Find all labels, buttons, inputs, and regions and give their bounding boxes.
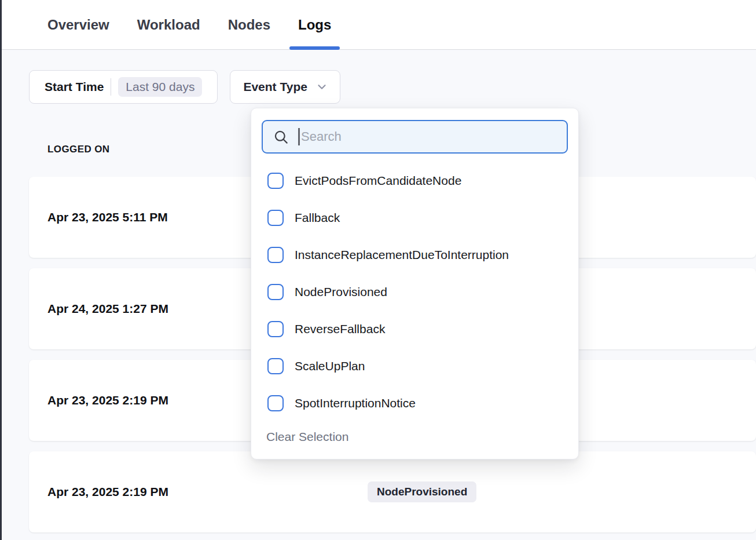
option-label: Fallback [295,211,340,225]
filter-bar: Start Time Last 90 days Event Type [29,70,340,104]
tab-logs[interactable]: Logs [298,0,331,49]
logged-on-cell: Apr 23, 2025 2:19 PM [47,393,168,407]
event-type-badge: NodeProvisioned [368,481,476,502]
start-time-filter[interactable]: Start Time Last 90 days [29,70,218,104]
event-type-dropdown: EvictPodsFromCandidateNode Fallback Inst… [251,108,579,459]
dropdown-search[interactable] [262,120,568,154]
filter-divider [111,78,111,96]
checkbox-icon[interactable] [267,321,284,337]
event-type-option[interactable]: InstanceReplacementDueToInterruption [251,236,578,273]
option-label: NodeProvisioned [295,285,387,299]
checkbox-icon[interactable] [267,247,284,263]
logged-on-cell: Apr 23, 2025 2:19 PM [47,485,168,499]
event-type-option[interactable]: ReverseFallback [251,311,578,348]
event-type-option[interactable]: ScaleUpPlan [251,348,578,385]
text-caret [298,128,300,145]
checkbox-icon[interactable] [267,358,284,374]
logged-on-cell: Apr 24, 2025 1:27 PM [47,302,168,316]
logged-on-column-header: LOGGED ON [47,144,110,155]
event-type-option[interactable]: Fallback [251,199,578,236]
checkbox-icon[interactable] [267,284,284,300]
chevron-down-icon [315,81,328,93]
option-label: EvictPodsFromCandidateNode [295,174,461,188]
checkbox-icon[interactable] [267,210,284,226]
left-edge-divider [0,0,2,540]
event-type-label: Event Type [243,80,307,94]
tab-nodes[interactable]: Nodes [228,0,270,49]
option-label: ScaleUpPlan [295,359,365,373]
event-type-filter[interactable]: Event Type [230,70,340,104]
event-type-option[interactable]: NodeProvisioned [251,273,578,311]
logged-on-cell: Apr 23, 2025 5:11 PM [47,210,168,224]
event-type-option[interactable]: EvictPodsFromCandidateNode [251,162,578,199]
event-type-options: EvictPodsFromCandidateNode Fallback Inst… [251,162,578,422]
event-type-option[interactable]: SpotInterruptionNotice [251,385,578,422]
option-label: ReverseFallback [295,322,385,336]
clear-selection-button[interactable]: Clear Selection [266,430,348,444]
tab-workload[interactable]: Workload [137,0,200,49]
checkbox-icon[interactable] [267,173,284,189]
search-icon [273,129,289,145]
table-row[interactable]: Apr 23, 2025 2:19 PM NodeProvisioned [29,451,756,532]
start-time-value[interactable]: Last 90 days [118,77,202,97]
logs-screen: Overview Workload Nodes Logs Start Time … [0,0,756,540]
logs-page: Start Time Last 90 days Event Type LOGGE… [0,50,756,540]
checkbox-icon[interactable] [267,395,284,411]
search-input[interactable] [301,129,567,144]
option-label: InstanceReplacementDueToInterruption [295,248,509,262]
tab-overview[interactable]: Overview [47,0,109,49]
option-label: SpotInterruptionNotice [295,396,416,410]
tab-bar: Overview Workload Nodes Logs [0,0,756,50]
start-time-label: Start Time [45,80,104,94]
